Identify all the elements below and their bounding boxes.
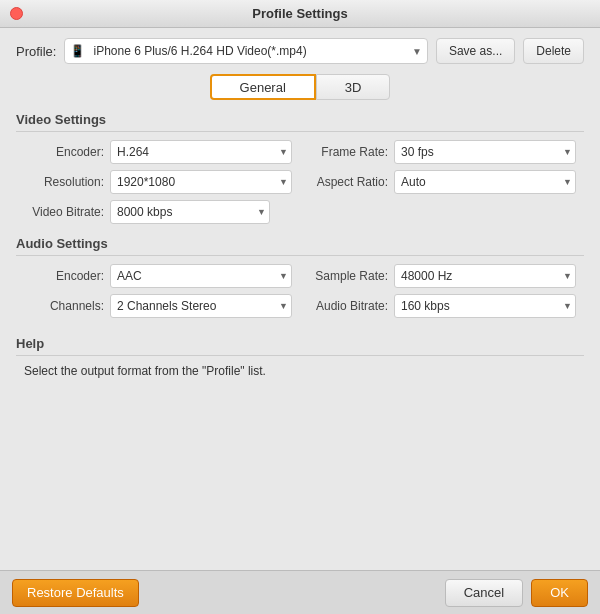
frame-rate-select-wrapper: 30 fps ▼ bbox=[394, 140, 576, 164]
video-settings-section: Video Settings Encoder: H.264 ▼ Frame Ra… bbox=[16, 112, 584, 224]
window-title: Profile Settings bbox=[252, 6, 347, 21]
audio-encoder-field-row: Encoder: AAC ▼ bbox=[24, 264, 292, 288]
video-fields-grid: Encoder: H.264 ▼ Frame Rate: 30 fps ▼ bbox=[16, 140, 584, 194]
delete-button[interactable]: Delete bbox=[523, 38, 584, 64]
audio-settings-section: Audio Settings Encoder: AAC ▼ Sample Rat… bbox=[16, 236, 584, 318]
encoder-select-wrapper: H.264 ▼ bbox=[110, 140, 292, 164]
tabs-container: General 3D bbox=[16, 74, 584, 100]
video-bitrate-row: Video Bitrate: 8000 kbps ▼ bbox=[16, 200, 584, 224]
resolution-label: Resolution: bbox=[24, 175, 104, 189]
resolution-select[interactable]: 1920*1080 bbox=[110, 170, 292, 194]
encoder-label: Encoder: bbox=[24, 145, 104, 159]
sample-rate-select-wrapper: 48000 Hz ▼ bbox=[394, 264, 576, 288]
restore-defaults-button[interactable]: Restore Defaults bbox=[12, 579, 139, 607]
video-bitrate-label: Video Bitrate: bbox=[24, 205, 104, 219]
audio-encoder-label: Encoder: bbox=[24, 269, 104, 283]
encoder-select[interactable]: H.264 bbox=[110, 140, 292, 164]
channels-field-row: Channels: 2 Channels Stereo ▼ bbox=[24, 294, 292, 318]
channels-label: Channels: bbox=[24, 299, 104, 313]
sample-rate-select[interactable]: 48000 Hz bbox=[394, 264, 576, 288]
cancel-button[interactable]: Cancel bbox=[445, 579, 523, 607]
resolution-select-wrapper: 1920*1080 ▼ bbox=[110, 170, 292, 194]
profile-select[interactable]: iPhone 6 Plus/6 H.264 HD Video(*.mp4) bbox=[64, 38, 427, 64]
profile-row: Profile: 📱 iPhone 6 Plus/6 H.264 HD Vide… bbox=[16, 38, 584, 64]
audio-encoder-select-wrapper: AAC ▼ bbox=[110, 264, 292, 288]
channels-select[interactable]: 2 Channels Stereo bbox=[110, 294, 292, 318]
help-text: Select the output format from the "Profi… bbox=[16, 360, 584, 382]
aspect-ratio-select-wrapper: Auto ▼ bbox=[394, 170, 576, 194]
audio-bitrate-select-wrapper: 160 kbps ▼ bbox=[394, 294, 576, 318]
sample-rate-field-row: Sample Rate: 48000 Hz ▼ bbox=[308, 264, 576, 288]
aspect-ratio-label: Aspect Ratio: bbox=[308, 175, 388, 189]
help-header: Help bbox=[16, 336, 584, 356]
frame-rate-select[interactable]: 30 fps bbox=[394, 140, 576, 164]
main-content: Profile: 📱 iPhone 6 Plus/6 H.264 HD Vide… bbox=[0, 28, 600, 392]
sample-rate-label: Sample Rate: bbox=[308, 269, 388, 283]
help-section: Help Select the output format from the "… bbox=[16, 330, 584, 382]
ok-button[interactable]: OK bbox=[531, 579, 588, 607]
resolution-field-row: Resolution: 1920*1080 ▼ bbox=[24, 170, 292, 194]
audio-encoder-select[interactable]: AAC bbox=[110, 264, 292, 288]
encoder-field-row: Encoder: H.264 ▼ bbox=[24, 140, 292, 164]
video-bitrate-select[interactable]: 8000 kbps bbox=[110, 200, 270, 224]
channels-select-wrapper: 2 Channels Stereo ▼ bbox=[110, 294, 292, 318]
title-bar: Profile Settings bbox=[0, 0, 600, 28]
aspect-ratio-select[interactable]: Auto bbox=[394, 170, 576, 194]
right-buttons: Cancel OK bbox=[445, 579, 588, 607]
profile-select-wrapper: 📱 iPhone 6 Plus/6 H.264 HD Video(*.mp4) … bbox=[64, 38, 427, 64]
profile-label: Profile: bbox=[16, 44, 56, 59]
video-bitrate-select-wrapper: 8000 kbps ▼ bbox=[110, 200, 270, 224]
audio-settings-header: Audio Settings bbox=[16, 236, 584, 256]
phone-icon: 📱 bbox=[70, 44, 85, 58]
audio-fields-grid: Encoder: AAC ▼ Sample Rate: 48000 Hz ▼ bbox=[16, 264, 584, 318]
frame-rate-field-row: Frame Rate: 30 fps ▼ bbox=[308, 140, 576, 164]
bottom-bar: Restore Defaults Cancel OK bbox=[0, 570, 600, 614]
video-settings-header: Video Settings bbox=[16, 112, 584, 132]
tab-3d[interactable]: 3D bbox=[316, 74, 391, 100]
aspect-ratio-field-row: Aspect Ratio: Auto ▼ bbox=[308, 170, 576, 194]
save-as-button[interactable]: Save as... bbox=[436, 38, 515, 64]
audio-bitrate-label: Audio Bitrate: bbox=[308, 299, 388, 313]
audio-bitrate-field-row: Audio Bitrate: 160 kbps ▼ bbox=[308, 294, 576, 318]
audio-bitrate-select[interactable]: 160 kbps bbox=[394, 294, 576, 318]
close-button[interactable] bbox=[10, 7, 23, 20]
frame-rate-label: Frame Rate: bbox=[308, 145, 388, 159]
tab-general[interactable]: General bbox=[210, 74, 316, 100]
